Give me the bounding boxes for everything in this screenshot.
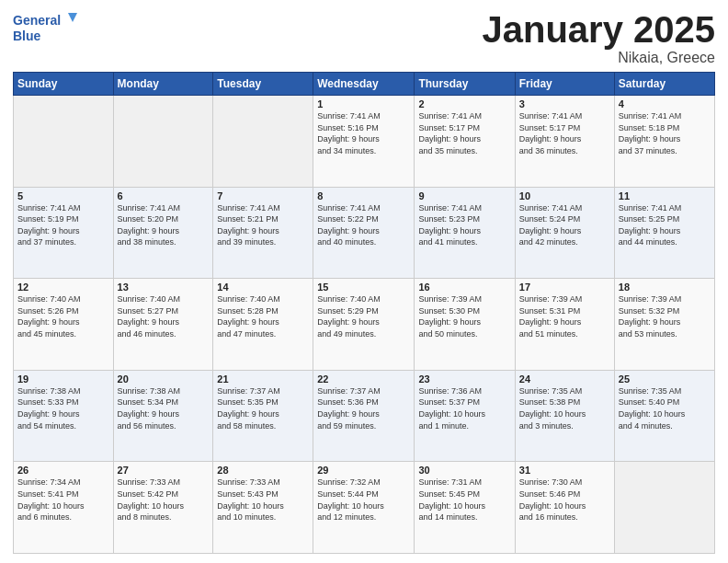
day-info: Sunrise: 7:41 AMSunset: 5:17 PMDaylight:… <box>418 110 510 156</box>
calendar-cell: 4Sunrise: 7:41 AMSunset: 5:18 PMDaylight… <box>614 96 714 188</box>
svg-marker-2 <box>68 13 77 22</box>
day-info: Sunrise: 7:41 AMSunset: 5:17 PMDaylight:… <box>519 110 610 156</box>
calendar-table: SundayMondayTuesdayWednesdayThursdayFrid… <box>13 72 715 554</box>
calendar-cell: 28Sunrise: 7:33 AMSunset: 5:43 PMDayligh… <box>213 462 313 554</box>
calendar-cell: 19Sunrise: 7:38 AMSunset: 5:33 PMDayligh… <box>14 370 114 462</box>
day-info: Sunrise: 7:33 AMSunset: 5:43 PMDaylight:… <box>217 477 309 523</box>
day-number: 11 <box>619 190 711 201</box>
calendar-cell: 23Sunrise: 7:36 AMSunset: 5:37 PMDayligh… <box>415 370 515 462</box>
calendar-cell: 6Sunrise: 7:41 AMSunset: 5:20 PMDaylight… <box>113 187 213 279</box>
calendar-cell <box>213 96 313 188</box>
calendar-cell: 26Sunrise: 7:34 AMSunset: 5:41 PMDayligh… <box>14 462 114 554</box>
day-number: 31 <box>519 465 610 476</box>
day-number: 9 <box>418 190 510 201</box>
day-number: 4 <box>619 98 711 109</box>
day-header-thursday: Thursday <box>415 73 515 96</box>
day-header-saturday: Saturday <box>614 73 714 96</box>
calendar-cell <box>14 96 114 188</box>
day-info: Sunrise: 7:41 AMSunset: 5:21 PMDaylight:… <box>217 202 309 248</box>
calendar-cell: 3Sunrise: 7:41 AMSunset: 5:17 PMDaylight… <box>515 96 614 188</box>
day-info: Sunrise: 7:31 AMSunset: 5:45 PMDaylight:… <box>418 477 510 523</box>
day-number: 3 <box>519 98 610 109</box>
calendar-cell: 29Sunrise: 7:32 AMSunset: 5:44 PMDayligh… <box>313 462 415 554</box>
day-info: Sunrise: 7:40 AMSunset: 5:28 PMDaylight:… <box>217 293 309 339</box>
calendar-cell: 20Sunrise: 7:38 AMSunset: 5:34 PMDayligh… <box>113 370 213 462</box>
day-number: 26 <box>17 465 109 476</box>
day-info: Sunrise: 7:35 AMSunset: 5:40 PMDaylight:… <box>619 385 711 431</box>
day-number: 1 <box>317 98 410 109</box>
day-header-sunday: Sunday <box>14 73 114 96</box>
day-number: 20 <box>118 373 210 385</box>
calendar-cell: 12Sunrise: 7:40 AMSunset: 5:26 PMDayligh… <box>14 279 114 371</box>
calendar-cell: 14Sunrise: 7:40 AMSunset: 5:28 PMDayligh… <box>213 279 313 371</box>
day-info: Sunrise: 7:37 AMSunset: 5:35 PMDaylight:… <box>217 385 309 431</box>
day-header-tuesday: Tuesday <box>213 73 313 96</box>
month-title: January 2025 <box>482 9 715 50</box>
day-info: Sunrise: 7:32 AMSunset: 5:44 PMDaylight:… <box>317 477 410 523</box>
calendar-cell <box>113 96 213 188</box>
title-block: January 2025 Nikaia, Greece <box>482 9 715 66</box>
calendar-cell: 1Sunrise: 7:41 AMSunset: 5:16 PMDaylight… <box>313 96 415 188</box>
calendar-cell <box>614 462 714 554</box>
day-number: 14 <box>217 282 309 293</box>
calendar-cell: 16Sunrise: 7:39 AMSunset: 5:30 PMDayligh… <box>415 279 515 371</box>
day-number: 12 <box>17 282 109 293</box>
day-info: Sunrise: 7:41 AMSunset: 5:24 PMDaylight:… <box>519 202 610 248</box>
day-number: 15 <box>317 282 410 293</box>
calendar-cell: 7Sunrise: 7:41 AMSunset: 5:21 PMDaylight… <box>213 187 313 279</box>
calendar-cell: 27Sunrise: 7:33 AMSunset: 5:42 PMDayligh… <box>113 462 213 554</box>
day-number: 28 <box>217 465 309 476</box>
day-number: 16 <box>418 282 510 293</box>
day-number: 13 <box>118 282 210 293</box>
calendar-cell: 31Sunrise: 7:30 AMSunset: 5:46 PMDayligh… <box>515 462 614 554</box>
calendar-cell: 22Sunrise: 7:37 AMSunset: 5:36 PMDayligh… <box>313 370 415 462</box>
day-number: 7 <box>217 190 309 201</box>
day-info: Sunrise: 7:39 AMSunset: 5:30 PMDaylight:… <box>418 293 510 339</box>
day-number: 8 <box>317 190 410 201</box>
day-number: 19 <box>17 373 109 385</box>
calendar-cell: 13Sunrise: 7:40 AMSunset: 5:27 PMDayligh… <box>113 279 213 371</box>
day-info: Sunrise: 7:39 AMSunset: 5:31 PMDaylight:… <box>519 293 610 339</box>
day-info: Sunrise: 7:39 AMSunset: 5:32 PMDaylight:… <box>619 293 711 339</box>
svg-text:Blue: Blue <box>13 29 41 43</box>
day-number: 5 <box>17 190 109 201</box>
calendar-cell: 24Sunrise: 7:35 AMSunset: 5:38 PMDayligh… <box>515 370 614 462</box>
day-info: Sunrise: 7:33 AMSunset: 5:42 PMDaylight:… <box>118 477 210 523</box>
calendar-cell: 25Sunrise: 7:35 AMSunset: 5:40 PMDayligh… <box>614 370 714 462</box>
day-info: Sunrise: 7:38 AMSunset: 5:33 PMDaylight:… <box>17 385 109 431</box>
day-info: Sunrise: 7:41 AMSunset: 5:25 PMDaylight:… <box>619 202 711 248</box>
day-number: 23 <box>418 373 510 385</box>
day-number: 21 <box>217 373 309 385</box>
svg-text:General: General <box>13 13 61 28</box>
day-info: Sunrise: 7:41 AMSunset: 5:23 PMDaylight:… <box>418 202 510 248</box>
day-info: Sunrise: 7:41 AMSunset: 5:18 PMDaylight:… <box>619 110 711 156</box>
calendar-cell: 9Sunrise: 7:41 AMSunset: 5:23 PMDaylight… <box>415 187 515 279</box>
day-info: Sunrise: 7:41 AMSunset: 5:16 PMDaylight:… <box>317 110 410 156</box>
day-number: 25 <box>619 373 711 385</box>
day-info: Sunrise: 7:30 AMSunset: 5:46 PMDaylight:… <box>519 477 610 523</box>
calendar-cell: 5Sunrise: 7:41 AMSunset: 5:19 PMDaylight… <box>14 187 114 279</box>
day-number: 18 <box>619 282 711 293</box>
logo: General Blue <box>13 9 77 46</box>
day-info: Sunrise: 7:35 AMSunset: 5:38 PMDaylight:… <box>519 385 610 431</box>
day-number: 22 <box>317 373 410 385</box>
day-info: Sunrise: 7:40 AMSunset: 5:26 PMDaylight:… <box>17 293 109 339</box>
day-info: Sunrise: 7:41 AMSunset: 5:19 PMDaylight:… <box>17 202 109 248</box>
location-subtitle: Nikaia, Greece <box>482 50 715 66</box>
calendar-cell: 17Sunrise: 7:39 AMSunset: 5:31 PMDayligh… <box>515 279 614 371</box>
day-info: Sunrise: 7:37 AMSunset: 5:36 PMDaylight:… <box>317 385 410 431</box>
day-info: Sunrise: 7:40 AMSunset: 5:27 PMDaylight:… <box>118 293 210 339</box>
day-info: Sunrise: 7:34 AMSunset: 5:41 PMDaylight:… <box>17 477 109 523</box>
calendar-cell: 15Sunrise: 7:40 AMSunset: 5:29 PMDayligh… <box>313 279 415 371</box>
calendar-cell: 18Sunrise: 7:39 AMSunset: 5:32 PMDayligh… <box>614 279 714 371</box>
calendar-cell: 8Sunrise: 7:41 AMSunset: 5:22 PMDaylight… <box>313 187 415 279</box>
calendar-cell: 21Sunrise: 7:37 AMSunset: 5:35 PMDayligh… <box>213 370 313 462</box>
day-number: 10 <box>519 190 610 201</box>
day-number: 17 <box>519 282 610 293</box>
day-number: 2 <box>418 98 510 109</box>
day-info: Sunrise: 7:41 AMSunset: 5:22 PMDaylight:… <box>317 202 410 248</box>
day-number: 24 <box>519 373 610 385</box>
day-header-monday: Monday <box>113 73 213 96</box>
calendar-cell: 30Sunrise: 7:31 AMSunset: 5:45 PMDayligh… <box>415 462 515 554</box>
day-info: Sunrise: 7:36 AMSunset: 5:37 PMDaylight:… <box>418 385 510 431</box>
